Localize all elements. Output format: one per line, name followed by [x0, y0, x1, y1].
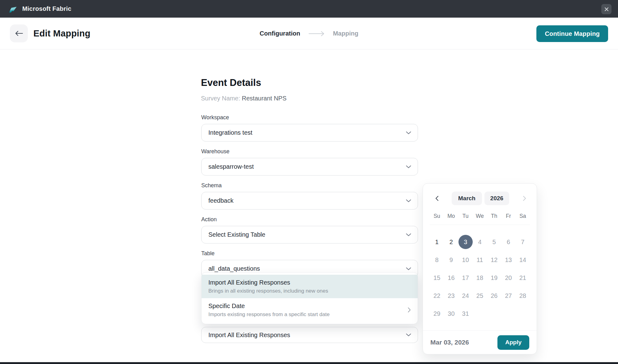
month-selector[interactable]: March [452, 192, 482, 205]
back-arrow-icon [15, 30, 23, 36]
import-type-select-value: Import All Existing Responses [208, 332, 290, 339]
schema-label: Schema [201, 182, 418, 189]
breadcrumb-step-configuration: Configuration [260, 30, 300, 37]
chevron-right-icon [408, 307, 411, 313]
page-header: Edit Mapping Configuration Mapping Conti… [0, 18, 618, 49]
previous-month-button[interactable] [432, 193, 441, 204]
chevron-left-icon [435, 196, 439, 201]
calendar-days-grid: 1234567891011121314151617181920212223242… [430, 233, 530, 323]
dropdown-item-description: Brings in all existing responses, includ… [208, 287, 405, 294]
dropdown-item-specific-date[interactable]: Specific Date Imports existing responses… [202, 298, 418, 322]
chevron-down-icon [406, 267, 411, 270]
event-details-form: Workspace Integrations test Warehouse sa… [201, 114, 418, 284]
weekday-header-row: SuMoTuWeThFrSa [430, 212, 530, 225]
edit-mapping-screen: Microsoft Fabric Edit Mapping Configurat… [0, 0, 618, 364]
survey-name-value: Restaurant NPS [242, 95, 287, 102]
close-icon [604, 7, 609, 11]
weekday-label: Th [487, 212, 501, 220]
calendar-day[interactable]: 7 [516, 235, 530, 249]
continue-mapping-button[interactable]: Continue Mapping [536, 25, 608, 42]
apply-button[interactable]: Apply [497, 335, 529, 350]
calendar-day[interactable]: 10 [458, 253, 473, 267]
calendar-day[interactable]: 22 [430, 289, 444, 303]
calendar-day[interactable]: 19 [487, 271, 501, 285]
calendar-day[interactable]: 12 [487, 253, 501, 267]
calendar-day[interactable]: 4 [473, 235, 487, 249]
back-button[interactable] [10, 24, 28, 42]
calendar-day[interactable]: 17 [458, 271, 473, 285]
action-select-value: Select Existing Table [208, 231, 265, 238]
weekday-label: Fr [501, 212, 515, 220]
schema-select[interactable]: feedback [201, 192, 418, 210]
warehouse-field: Warehouse salesparrow-test [201, 148, 418, 176]
year-selector[interactable]: 2026 [484, 192, 509, 205]
calendar-day[interactable]: 13 [501, 253, 516, 267]
calendar-day[interactable]: 15 [430, 271, 444, 285]
table-select-value: all_data_questions [208, 265, 260, 272]
calendar-day[interactable]: 27 [501, 289, 516, 303]
next-month-button[interactable] [520, 193, 529, 204]
breadcrumb: Configuration Mapping [260, 18, 358, 49]
calendar-day[interactable]: 25 [473, 289, 487, 303]
weekday-label: We [473, 212, 487, 220]
import-type-select[interactable]: Import All Existing Responses [201, 327, 418, 343]
calendar-day[interactable]: 23 [444, 289, 458, 303]
calendar-day[interactable]: 21 [516, 271, 530, 285]
dropdown-item-title: Import All Existing Responses [208, 278, 405, 287]
calendar-day[interactable]: 14 [516, 253, 530, 267]
weekday-label: Tu [458, 212, 473, 220]
calendar-day[interactable]: 30 [444, 307, 458, 321]
calendar-day[interactable]: 16 [444, 271, 458, 285]
dropdown-item-description: Imports existing responses from a specif… [208, 311, 405, 318]
section-title: Event Details [201, 77, 261, 88]
dropdown-item-title: Specific Date [208, 302, 405, 310]
weekday-label: Mo [444, 212, 458, 220]
calendar-day[interactable]: 24 [458, 289, 473, 303]
app-title: Microsoft Fabric [22, 5, 71, 12]
calendar-day[interactable]: 29 [430, 307, 444, 321]
calendar-day[interactable]: 18 [473, 271, 487, 285]
calendar-day[interactable]: 26 [487, 289, 501, 303]
action-label: Action [201, 216, 418, 223]
calendar-day[interactable]: 1 [430, 235, 444, 249]
dropdown-item-import-all[interactable]: Import All Existing Responses Brings in … [202, 275, 418, 298]
app-topbar: Microsoft Fabric [0, 0, 618, 18]
warehouse-select-value: salesparrow-test [208, 163, 254, 170]
microsoft-fabric-logo-icon [7, 3, 18, 15]
chevron-down-icon [406, 333, 411, 336]
calendar-day[interactable]: 11 [473, 253, 487, 267]
action-field: Action Select Existing Table [201, 216, 418, 243]
schema-select-value: feedback [208, 197, 233, 204]
weekday-label: Su [430, 212, 444, 220]
window-bottom-edge [0, 362, 618, 364]
calendar-footer: Mar 03, 2026 Apply [423, 330, 537, 354]
page-title: Edit Mapping [33, 18, 90, 49]
table-label: Table [201, 250, 418, 257]
calendar-day[interactable]: 8 [430, 253, 444, 267]
calendar-day[interactable]: 9 [444, 253, 458, 267]
calendar-day[interactable]: 20 [501, 271, 516, 285]
chevron-down-icon [406, 233, 411, 236]
survey-name-line: Survey Name: Restaurant NPS [201, 95, 287, 102]
breadcrumb-arrow-icon [308, 31, 325, 36]
close-button[interactable] [601, 4, 612, 14]
calendar-day[interactable]: 31 [458, 307, 473, 321]
weekday-label: Sa [516, 212, 530, 220]
calendar-day[interactable]: 28 [516, 289, 530, 303]
import-type-select-wrap: Import All Existing Responses [201, 327, 418, 343]
date-picker: March 2026 SuMoTuWeThFrSa 12345678910111… [423, 183, 537, 354]
schema-field: Schema feedback [201, 182, 418, 210]
chevron-down-icon [406, 131, 411, 134]
warehouse-select[interactable]: salesparrow-test [201, 158, 418, 176]
action-select[interactable]: Select Existing Table [201, 226, 418, 243]
survey-name-label: Survey Name: [201, 95, 240, 102]
chevron-right-icon [523, 196, 526, 201]
calendar-day[interactable]: 2 [444, 235, 458, 249]
calendar-day[interactable]: 3 [458, 235, 473, 249]
selected-date-text: Mar 03, 2026 [430, 339, 469, 346]
workspace-select[interactable]: Integrations test [201, 124, 418, 142]
calendar-day[interactable]: 5 [487, 235, 501, 249]
calendar-day[interactable]: 6 [501, 235, 516, 249]
warehouse-label: Warehouse [201, 148, 418, 155]
chevron-down-icon [406, 199, 411, 202]
